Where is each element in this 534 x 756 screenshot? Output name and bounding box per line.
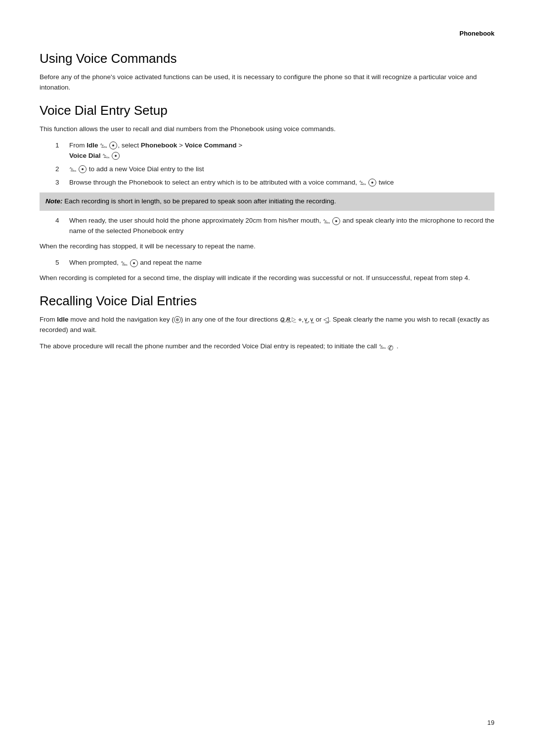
circle-dot-icon-4 [368,179,376,187]
using-voice-commands-intro: Before any of the phone's voice activate… [40,72,494,93]
phone-icon: ✆ [388,343,397,350]
step-4: 4 When ready, the user should hold the p… [55,216,494,236]
using-voice-commands-section: Using Voice Commands Before any of the p… [40,51,494,93]
section-title-recalling: Recalling Voice Dial Entries [40,293,494,309]
note-text: Each recording is short in length, so be… [64,197,336,205]
step-3-content: Browse through the Phonebook to select a… [69,178,494,188]
signal-icon-4: ∿̲bs [359,178,366,187]
circle-dot-icon-5 [332,217,340,225]
section-label: Phonebook [459,30,494,37]
step-2-content: ∿̲bs to add a new Voice Dial entry to th… [69,164,494,175]
recalling-bold-idle: Idle [57,316,68,323]
note-label: Note: [45,197,63,205]
step-2: 2 ∿̲bs to add a new Voice Dial entry to … [55,164,494,175]
after-text: When recording is completed for a second… [40,273,494,284]
between-text: When the recording has stopped, it will … [40,241,494,252]
direction-text: ⋄,∨̲,∨̲ [298,316,314,323]
step-1-content: From Idle ∿̲bs , select Phonebook > Voic… [69,141,494,161]
step-1-bold-phonebook: Phonebook [141,142,178,149]
step-4-num: 4 [55,216,64,226]
step-1: 1 From Idle ∿̲bs , select Phonebook > Vo… [55,141,494,161]
page: Phonebook Using Voice Commands Before an… [0,0,534,756]
step-1-num: 1 [55,141,64,151]
step-2-num: 2 [55,164,64,175]
signal-icon-7: ∿̲bs [379,342,386,351]
steps-list-1: 1 From Idle ∿̲bs , select Phonebook > Vo… [55,141,494,188]
circle-dot-icon-1 [109,142,117,149]
signal-icon-3: ∿̲bs [69,165,76,174]
recalling-para-2: The above procedure will recall the phon… [40,341,494,352]
section-title-voice-dial-entry-setup: Voice Dial Entry Setup [40,103,494,118]
signal-icon-2: ∿̲bs [102,151,109,160]
circle-dot-icon-3 [79,165,87,173]
step-3-num: 3 [55,178,64,188]
signal-icon-5: ∿̲bs [323,217,330,226]
steps-list-3: 5 When prompted, ∿̲bs and repeat the nam… [55,258,494,268]
voice-dial-entry-setup-intro: This function allows the user to recall … [40,124,494,135]
recalling-voice-dial-section: Recalling Voice Dial Entries From Idle m… [40,293,494,352]
step-5: 5 When prompted, ∿̲bs and repeat the nam… [55,258,494,268]
voice-dial-entry-setup-section: Voice Dial Entry Setup This function all… [40,103,494,284]
step-5-content: When prompted, ∿̲bs and repeat the name [69,258,494,268]
note-box: Note: Each recording is short in length,… [40,192,494,211]
step-3: 3 Browse through the Phonebook to select… [55,178,494,188]
section-title-using-voice-commands: Using Voice Commands [40,51,494,66]
recalling-para-1: From Idle move and hold the navigation k… [40,315,494,335]
page-header: Phonebook [40,30,494,37]
direction-icons: 𝙌̲,𝙍̲,▷̲ [280,316,296,323]
nav-icon: ⊕ [174,316,181,323]
step-5-num: 5 [55,258,64,268]
signal-icon-6: ∿̲bs [121,259,128,268]
signal-icon-1: ∿̲bs [100,141,107,150]
page-number: 19 [488,719,494,726]
step-4-content: When ready, the user should hold the pho… [69,216,494,236]
circle-dot-icon-2 [112,152,120,160]
step-1-bold-voice-dial: Voice Dial [69,152,101,159]
steps-list-2: 4 When ready, the user should hold the p… [55,216,494,236]
circle-dot-icon-6 [130,259,138,267]
step-1-bold-idle: Idle [87,142,98,149]
step-1-bold-voice-command: Voice Command [185,142,237,149]
